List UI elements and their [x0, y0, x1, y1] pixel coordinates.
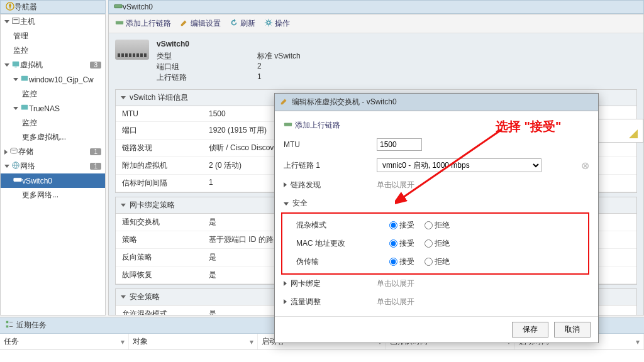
vm-icon — [20, 103, 29, 114]
mac-change-label: MAC 地址更改 — [296, 238, 389, 249]
toolbar: 添加上行链路 编辑设置 刷新 操作 — [109, 14, 643, 33]
svg-rect-10 — [14, 178, 21, 181]
chevron-down-icon — [4, 20, 9, 23]
svg-point-8 — [11, 148, 18, 151]
sidebar: 主机 管理 监控 虚拟机3 window10_Gjp_Cw 监控 TrueNAS… — [0, 14, 106, 315]
link-discovery-section[interactable]: 链路发现 单击以展开 — [284, 176, 589, 194]
dialog-title-bar: 编辑标准虚拟交换机 - vSwitch0 — [275, 94, 598, 111]
svg-rect-1 — [114, 4, 122, 8]
vm-icon — [20, 74, 29, 85]
navigator-title: 导航器 — [14, 2, 37, 13]
annotation-text: 选择 "接受" — [496, 118, 562, 135]
svg-rect-3 — [14, 19, 18, 20]
cancel-button[interactable]: 取消 — [554, 322, 591, 337]
refresh-button[interactable]: 刷新 — [230, 18, 255, 29]
sidebar-item-vm1[interactable]: window10_Gjp_Cw — [1, 72, 105, 87]
sidebar-item-vm2-monitor[interactable]: 监控 — [1, 116, 105, 130]
pencil-icon — [280, 97, 289, 107]
svg-rect-2 — [13, 18, 19, 24]
forged-accept-radio[interactable]: 接受 — [389, 256, 414, 267]
vswitch-name: vSwitch0 — [157, 40, 301, 48]
switch-image-icon — [115, 40, 149, 60]
chevron-right-icon — [284, 281, 287, 286]
promiscuous-reject-radio[interactable]: 拒绝 — [425, 220, 450, 231]
promiscuous-accept-radio[interactable]: 接受 — [389, 220, 414, 231]
chevron-down-icon — [13, 107, 18, 110]
sidebar-item-network[interactable]: 网络1 — [1, 159, 105, 173]
vswitch-icon — [13, 175, 22, 186]
mtu-label: MTU — [284, 140, 377, 149]
svg-rect-6 — [21, 76, 28, 81]
add-uplink-button[interactable]: 添加上行链路 — [115, 18, 171, 29]
main-title: vSwitch0 — [123, 3, 153, 11]
sidebar-item-more-vm[interactable]: 更多虚拟机... — [1, 130, 105, 145]
dialog-title: 编辑标准虚拟交换机 - vSwitch0 — [292, 97, 397, 107]
svg-rect-13 — [284, 123, 292, 126]
security-highlight-box: 混杂模式 接受 拒绝 MAC 地址更改 接受 拒绝 伪传输 接受 拒绝 — [281, 212, 589, 275]
sidebar-item-storage[interactable]: 存储1 — [1, 145, 105, 159]
forged-reject-radio[interactable]: 拒绝 — [425, 256, 450, 267]
svg-rect-15 — [6, 321, 9, 324]
column-header[interactable]: 对象▾ — [129, 334, 258, 349]
chevron-down-icon — [121, 204, 126, 207]
vswitch-icon — [284, 120, 292, 131]
svg-point-12 — [267, 21, 270, 24]
edit-settings-button[interactable]: 编辑设置 — [180, 18, 221, 29]
svg-rect-11 — [116, 21, 123, 24]
sidebar-item-vswitch0[interactable]: vSwitch0 — [1, 173, 105, 188]
storage-icon — [9, 146, 18, 157]
traffic-shaping-section[interactable]: 流量调整 单击以展开 — [284, 293, 589, 311]
network-icon — [11, 161, 20, 172]
chevron-right-icon — [284, 182, 287, 187]
svg-rect-5 — [14, 67, 17, 67]
chevron-down-icon — [4, 165, 9, 168]
save-button[interactable]: 保存 — [512, 322, 548, 337]
chevron-down-icon — [284, 202, 289, 206]
mac-reject-radio[interactable]: 拒绝 — [425, 238, 450, 249]
chevron-down-icon — [4, 63, 9, 67]
chevron-right-icon — [4, 150, 8, 155]
vm-icon — [11, 60, 20, 70]
nic-teaming-section[interactable]: 网卡绑定 单击以展开 — [284, 275, 589, 293]
chevron-down-icon — [13, 78, 18, 81]
mac-accept-radio[interactable]: 接受 — [389, 238, 414, 249]
chevron-down-icon — [121, 295, 126, 299]
host-icon — [11, 16, 20, 27]
promiscuous-mode-label: 混杂模式 — [296, 220, 389, 231]
sidebar-item-more-network[interactable]: 更多网络... — [1, 188, 105, 202]
security-section-header[interactable]: 安全 — [284, 194, 589, 212]
actions-button[interactable]: 操作 — [264, 18, 290, 29]
svg-rect-7 — [21, 105, 28, 110]
svg-rect-4 — [13, 62, 19, 67]
refresh-icon — [230, 18, 238, 29]
vswitch-icon — [115, 18, 124, 29]
vswitch-summary: vSwitch0 类型标准 vSwitch 端口组2 上行链路1 — [115, 40, 637, 83]
chevron-right-icon — [284, 299, 287, 304]
vswitch-icon — [114, 2, 123, 13]
forged-transmit-label: 伪传输 — [296, 256, 389, 267]
compass-icon — [6, 2, 14, 13]
sidebar-item-host[interactable]: 主机 — [1, 14, 105, 29]
sidebar-item-monitor[interactable]: 监控 — [1, 43, 105, 58]
sidebar-item-vm[interactable]: 虚拟机3 — [1, 58, 105, 72]
svg-rect-16 — [6, 326, 9, 328]
main-header: vSwitch0 — [108, 0, 644, 14]
vm-count-badge: 3 — [90, 62, 101, 69]
sidebar-item-manage[interactable]: 管理 — [1, 29, 105, 43]
network-count-badge: 1 — [90, 163, 101, 170]
sidebar-item-vm1-monitor[interactable]: 监控 — [1, 87, 105, 101]
uplink-select[interactable]: vmnic0 - 启动, 1000 mbps — [377, 158, 541, 172]
uplink-label: 上行链路 1 — [284, 160, 377, 171]
navigator-header: 导航器 — [0, 0, 106, 14]
remove-uplink-icon[interactable]: ⊗ — [581, 160, 589, 172]
column-header[interactable]: 任务▾ — [0, 334, 129, 349]
tasks-icon — [5, 320, 14, 331]
storage-count-badge: 1 — [90, 148, 101, 155]
gear-icon — [264, 18, 273, 29]
pencil-icon — [180, 18, 189, 29]
mtu-input[interactable] — [377, 138, 422, 151]
sidebar-item-vm2[interactable]: TrueNAS — [1, 101, 105, 116]
chevron-down-icon — [121, 96, 126, 99]
